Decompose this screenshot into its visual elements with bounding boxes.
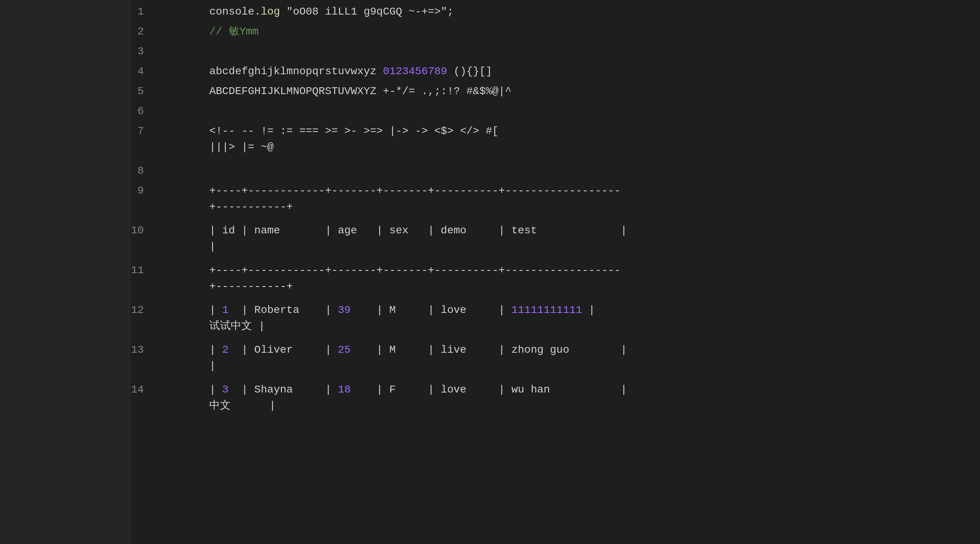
- line-number-14: 14: [130, 378, 153, 398]
- line-content-7: <!-- -- != := === >= >- >=> |-> -> <$> <…: [153, 119, 498, 155]
- code-line-5: 5 ABCDEFGHIJKLMNOPQRSTUVWXYZ +-*/= .,;:!…: [130, 80, 980, 99]
- line-number-12: 12: [130, 298, 153, 318]
- line-number-11: 11: [130, 259, 153, 279]
- code-text: | id | name | age | sex | demo | test | …: [184, 225, 627, 252]
- code-text: |: [184, 344, 222, 356]
- line-number-9: 9: [130, 179, 153, 199]
- line-number-5: 5: [130, 80, 153, 99]
- code-number: 2: [222, 344, 229, 356]
- code-text: (){}[]: [447, 65, 492, 77]
- line-content-2: // 敏Ymm: [153, 20, 980, 40]
- code-keyword: log: [261, 6, 280, 18]
- code-line-10: 10 | id | name | age | sex | demo | test…: [130, 219, 980, 259]
- code-text: ABCDEFGHIJKLMNOPQRSTUVWXYZ +-*/= .,;:!? …: [184, 85, 511, 97]
- line-content-5: ABCDEFGHIJKLMNOPQRSTUVWXYZ +-*/= .,;:!? …: [153, 80, 980, 99]
- code-text: <!-- -- != := === >= >- >=> |-> -> <$> <…: [184, 125, 498, 153]
- code-line-1: 1 console.log "oO08 ilLL1 g9qCGQ ~-+=>";: [130, 0, 980, 20]
- code-text: | Roberta |: [229, 304, 338, 316]
- line-number-8: 8: [130, 159, 153, 179]
- code-line-14: 14 | 3 | Shayna | 18 | F | love | wu han…: [130, 378, 980, 418]
- code-text: | M | love |: [351, 304, 511, 316]
- line-number-4: 4: [130, 60, 153, 80]
- code-text: |: [184, 304, 222, 316]
- line-content-4: abcdefghijklmnopqrstuvwxyz 0123456789 ()…: [153, 60, 980, 80]
- code-line-2: 2 // 敏Ymm: [130, 20, 980, 40]
- code-number: 0123456789: [383, 65, 447, 77]
- code-text: |: [184, 384, 222, 396]
- line-content-10: | id | name | age | sex | demo | test | …: [153, 219, 627, 255]
- code-number: 11111111111: [511, 304, 582, 316]
- code-line-13: 13 | 2 | Oliver | 25 | M | live | zhong …: [130, 338, 980, 378]
- code-area: 1 console.log "oO08 ilLL1 g9qCGQ ~-+=>";…: [130, 0, 980, 544]
- code-line-7: 7 <!-- -- != := === >= >- >=> |-> -> <$>…: [130, 119, 980, 159]
- code-text: "oO08 ilLL1 g9qCGQ ~-+=>";: [280, 6, 454, 18]
- line-content-3: [153, 40, 980, 44]
- code-line-9: 9 +----+------------+-------+-------+---…: [130, 179, 980, 219]
- code-text: +----+------------+-------+-------+-----…: [184, 185, 621, 213]
- code-line-12: 12 | 1 | Roberta | 39 | M | love | 11111…: [130, 298, 980, 338]
- code-number: 39: [338, 304, 351, 316]
- code-text: console.: [184, 6, 261, 18]
- line-content-13: | 2 | Oliver | 25 | M | live | zhong guo…: [153, 338, 627, 374]
- code-text: | Oliver |: [229, 344, 338, 356]
- code-number: 1: [222, 304, 229, 316]
- code-number: 3: [222, 384, 229, 396]
- code-line-11: 11 +----+------------+-------+-------+--…: [130, 259, 980, 298]
- code-number: 18: [338, 384, 351, 396]
- code-line-3: 3: [130, 40, 980, 60]
- code-line-6: 6: [130, 99, 980, 119]
- line-content-6: [153, 99, 980, 103]
- code-line-8: 8: [130, 159, 980, 179]
- line-number-10: 10: [130, 219, 153, 239]
- line-number-6: 6: [130, 99, 153, 119]
- code-comment: // 敏Ymm: [209, 26, 259, 37]
- code-text: | Shayna |: [229, 384, 338, 396]
- line-content-14: | 3 | Shayna | 18 | F | love | wu han | …: [153, 378, 627, 414]
- line-number-13: 13: [130, 338, 153, 358]
- line-number-2: 2: [130, 20, 153, 40]
- code-text: abcdefghijklmnopqrstuvwxyz: [184, 65, 383, 77]
- code-text: +----+------------+-------+-------+-----…: [184, 264, 621, 292]
- line-content-1: console.log "oO08 ilLL1 g9qCGQ ~-+=>";: [153, 0, 980, 20]
- line-content-12: | 1 | Roberta | 39 | M | love | 11111111…: [153, 298, 595, 334]
- code-number: 25: [338, 344, 351, 356]
- line-number-7: 7: [130, 119, 153, 139]
- code-line-4: 4 abcdefghijklmnopqrstuvwxyz 0123456789 …: [130, 60, 980, 80]
- line-content-8: [153, 159, 980, 163]
- left-panel: [0, 0, 130, 544]
- line-number-3: 3: [130, 40, 153, 60]
- line-content-9: +----+------------+-------+-------+-----…: [153, 179, 621, 215]
- code-text: [184, 26, 209, 37]
- line-number-1: 1: [130, 0, 153, 20]
- line-content-11: +----+------------+-------+-------+-----…: [153, 259, 621, 295]
